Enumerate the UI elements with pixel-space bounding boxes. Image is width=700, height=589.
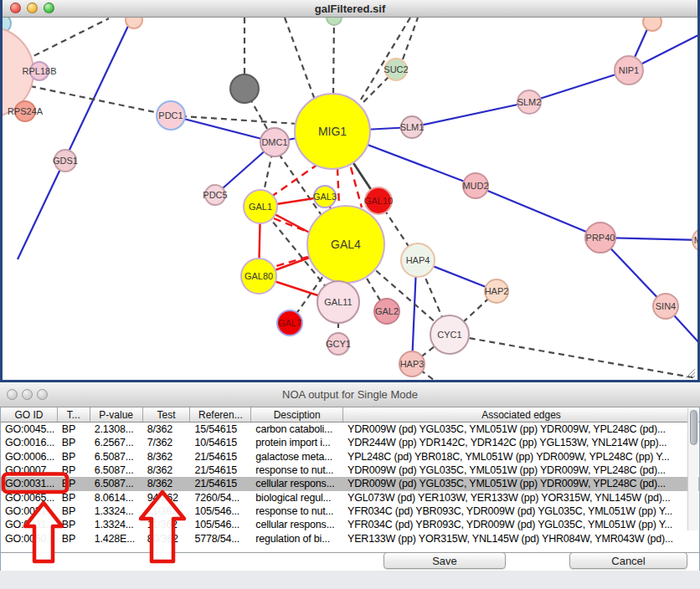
edge-dash <box>285 18 316 102</box>
edge-reddash <box>337 168 339 206</box>
node-label-GAL3: GAL3 <box>313 192 337 202</box>
table-cell: GO:0006... <box>1 450 58 464</box>
node-label-SIN4: SIN4 <box>656 301 676 311</box>
node-label-HAP4: HAP4 <box>406 255 430 265</box>
close-button[interactable] <box>10 3 21 13</box>
table-cell: cellular respons... <box>251 518 343 531</box>
table-cell: GO:0031... <box>1 518 58 531</box>
table-row[interactable]: GO:0006...BP6.5087...8/36221/54615galact… <box>1 450 699 464</box>
edge-blue <box>412 102 529 127</box>
table-cell: galactose meta... <box>251 450 343 464</box>
table-cell: BP <box>58 436 90 449</box>
edge-blue <box>18 8 136 259</box>
node-label-SLM1: SLM1 <box>400 122 425 132</box>
column-header-go-id[interactable]: GO ID <box>1 407 58 422</box>
table-cell: 5778/54... <box>191 532 252 545</box>
table-cell: YDR009W (pd) YGL035C, YML051W (pp) YDR00… <box>343 423 699 436</box>
zoom-button-inactive[interactable] <box>37 389 48 400</box>
node-label-HAP3: HAP3 <box>400 359 425 369</box>
node-label-SUC2: SUC2 <box>383 64 408 74</box>
scrollbar-thumb[interactable] <box>690 410 697 445</box>
table-cell: 105/546... <box>191 504 252 518</box>
table-cell: 1.3324... <box>90 518 143 531</box>
node-label-MIG1: MIG1 <box>318 125 347 138</box>
column-header-p-value[interactable]: P-value <box>90 407 143 422</box>
table-cell: BP <box>58 518 90 531</box>
table-row[interactable]: GO:0016...BP6.2567...7/36210/54615protei… <box>1 436 699 449</box>
node-label-RPS24A: RPS24A <box>8 106 44 116</box>
node-label-GAL4: GAL4 <box>331 238 361 251</box>
column-header-associated-edges[interactable]: Associated edges <box>343 407 699 422</box>
table-row[interactable]: GO:0031...BP1.3324...11/362105/546...res… <box>1 504 699 518</box>
table-cell: 2.1308... <box>90 423 143 436</box>
node-label-GAL2: GAL2 <box>375 306 399 316</box>
table-cell: GO:0031... <box>1 504 58 518</box>
node-label-GCY1: GCY1 <box>326 339 351 349</box>
table-cell: 6.2567... <box>90 436 143 449</box>
node-label-PDC1: PDC1 <box>158 110 183 120</box>
edge-dash <box>403 18 418 59</box>
node-label-GAL7: GAL7 <box>278 318 301 328</box>
table-cell: BP <box>58 423 90 436</box>
table-cell: 6.5087... <box>90 477 143 490</box>
table-cell: 6.5087... <box>90 450 143 464</box>
node-gray-node[interactable] <box>230 74 259 103</box>
column-header-desciption[interactable]: Desciption <box>251 407 343 422</box>
table-cell: YDR009W (pd) YGL035C, YML051W (pp) YDR00… <box>343 464 699 477</box>
table-cell: YGL073W (pd) YER103W, YER133W (pp) YOR31… <box>343 491 699 504</box>
table-cell: YDR244W (pp) YDR142C, YDR142C (pp) YGL15… <box>343 436 699 449</box>
minimize-button-inactive[interactable] <box>22 389 33 400</box>
column-header-test[interactable]: Test <box>143 407 191 422</box>
table-cell: response to nut... <box>251 464 343 477</box>
minimize-button[interactable] <box>27 3 38 13</box>
table-cell: 8/362 <box>143 477 191 490</box>
table-cell: BP <box>58 491 90 504</box>
table-cell: 94/362 <box>143 491 191 504</box>
node-label-GAL1: GAL1 <box>249 202 272 212</box>
edge-dash <box>25 18 109 60</box>
node-label-RPL18B: RPL18B <box>23 66 57 76</box>
table-row[interactable]: GO:0007...BP6.5087...8/36221/54615respon… <box>1 464 699 477</box>
table-cell: 21/54615 <box>191 450 252 464</box>
screenshot-root: RPL18BRPS24AGDS1PDC1PDC5MIG1SUC2SLM1SLM2… <box>0 0 700 589</box>
table-row[interactable]: GO:0065...BP8.0614...94/3627260/54...bio… <box>1 491 699 504</box>
node-label-PRP40: PRP40 <box>586 233 615 243</box>
table-cell: 21/54615 <box>191 477 252 490</box>
table-row[interactable]: GO:0045...BP2.1308...8/36215/54615carbon… <box>1 423 699 436</box>
table-cell: 11/362 <box>143 504 191 518</box>
edge-blue <box>476 186 600 238</box>
network-titlebar[interactable]: galFiltered.sif <box>3 0 697 18</box>
go-results-table: GO IDT...P-valueTestReferen...Desciption… <box>0 407 700 571</box>
table-row[interactable]: GO:0031...BP6.5087...8/36221/54615cellul… <box>1 477 699 490</box>
resize-grip-icon[interactable] <box>682 367 696 379</box>
table-body: GO:0045...BP2.1308...8/36215/54615carbon… <box>1 423 699 545</box>
table-cell: 7260/54... <box>191 491 252 504</box>
table-cell: YER133W (pp) YOR315W, YNL145W (pd) YHR08… <box>343 532 699 545</box>
save-button[interactable]: Save <box>383 552 506 569</box>
cancel-button[interactable]: Cancel <box>569 552 687 569</box>
table-cell: 10/54615 <box>191 436 252 449</box>
node-label-MUD2: MUD2 <box>462 181 488 191</box>
table-cell: 105/546... <box>191 518 252 531</box>
table-cell: BP <box>58 532 90 545</box>
edge-dash <box>30 86 171 115</box>
node-label-CYC1: CYC1 <box>437 330 461 340</box>
column-header-referen-[interactable]: Referen... <box>190 407 251 422</box>
table-cell: YDR009W (pd) YGL035C, YML051W (pp) YDR00… <box>343 477 699 490</box>
noa-titlebar[interactable]: NOA output for Single Mode <box>0 382 700 407</box>
table-cell: response to nut... <box>251 504 343 518</box>
zoom-button[interactable] <box>44 3 54 13</box>
table-cell: BP <box>58 504 90 518</box>
node-label-GDS1: GDS1 <box>53 156 78 166</box>
table-header-row[interactable]: GO IDT...P-valueTestReferen...Desciption… <box>1 407 699 423</box>
column-header-t-[interactable]: T... <box>58 407 90 422</box>
vertical-scrollbar[interactable] <box>687 408 698 530</box>
table-row[interactable]: GO:0050...BP1.428E...80/3625778/54...reg… <box>1 532 699 545</box>
close-button-inactive[interactable] <box>7 389 18 400</box>
table-cell: GO:0016... <box>1 436 58 449</box>
network-canvas[interactable]: RPL18BRPS24AGDS1PDC1PDC5MIG1SUC2SLM1SLM2… <box>0 0 700 382</box>
edge-blue <box>529 70 629 102</box>
table-row[interactable]: GO:0031...BP1.3324...11/362105/546...cel… <box>1 518 699 531</box>
table-cell: 7/362 <box>143 436 191 449</box>
table-cell: 6.5087... <box>90 464 143 477</box>
